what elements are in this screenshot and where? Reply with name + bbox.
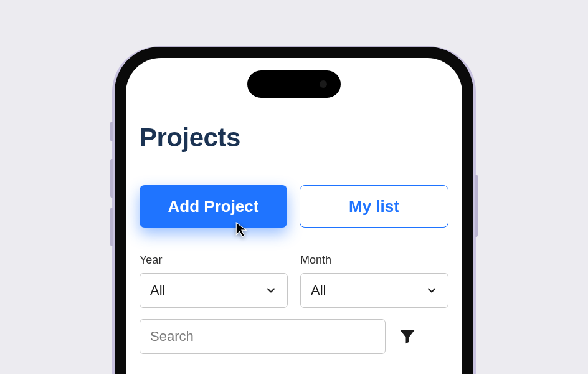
action-row: Add Project My list xyxy=(140,185,448,228)
side-button xyxy=(110,122,113,141)
app-content: Projects Add Project My list Year All xyxy=(140,123,448,354)
year-filter: Year All xyxy=(140,254,288,308)
year-select[interactable]: All xyxy=(140,273,288,308)
search-row: Search xyxy=(140,319,448,354)
add-project-button[interactable]: Add Project xyxy=(140,185,287,228)
chevron-down-icon xyxy=(265,284,277,297)
side-button xyxy=(475,175,478,237)
search-input[interactable]: Search xyxy=(140,319,386,354)
month-filter: Month All xyxy=(300,254,448,308)
my-list-label: My list xyxy=(349,197,399,216)
add-project-label: Add Project xyxy=(168,197,259,216)
phone-frame: Projects Add Project My list Year All xyxy=(115,47,473,374)
my-list-button[interactable]: My list xyxy=(300,185,448,228)
filter-row: Year All Month All xyxy=(140,254,448,308)
filter-icon[interactable] xyxy=(398,327,417,346)
side-button xyxy=(110,159,113,198)
dynamic-island xyxy=(247,70,341,98)
page-title: Projects xyxy=(140,123,448,153)
chevron-down-icon xyxy=(425,284,438,297)
screen: Projects Add Project My list Year All xyxy=(126,58,462,374)
side-button xyxy=(110,208,113,246)
month-label: Month xyxy=(300,254,448,267)
year-label: Year xyxy=(140,254,288,267)
search-placeholder: Search xyxy=(150,328,194,345)
month-select[interactable]: All xyxy=(300,273,448,308)
month-value: All xyxy=(311,282,326,299)
year-value: All xyxy=(150,282,165,299)
